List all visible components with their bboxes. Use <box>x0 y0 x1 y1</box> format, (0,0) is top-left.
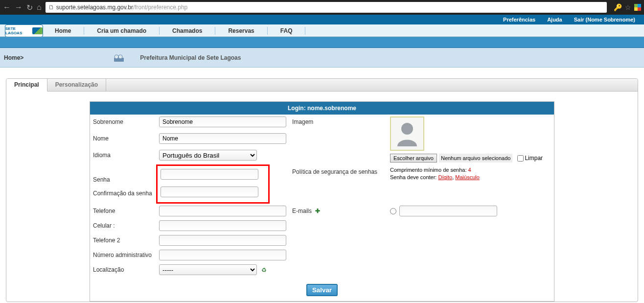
main-nav: SETE LAGOAS Home Cria um chamado Chamado… <box>0 24 644 37</box>
forward-icon[interactable]: → <box>15 3 23 12</box>
browser-right-icons: 🔑 ☆ <box>611 3 641 11</box>
nav-sep <box>215 27 215 35</box>
nav-cria[interactable]: Cria um chamado <box>97 27 146 34</box>
password-highlight <box>156 164 270 204</box>
url-bar[interactable]: 🗋 suporte.setelagoas.mg.gov.br/front/pre… <box>46 2 607 13</box>
label-imagem: Imagem <box>289 115 387 131</box>
tab-container: Principal Personalização Login: nome.sob… <box>6 78 638 302</box>
numero-admin-input[interactable] <box>159 250 286 260</box>
policy-maiusculo-link[interactable]: Maiúsculo <box>455 174 480 180</box>
file-row: Escolher arquivo Nenhum arquivo selecion… <box>390 154 551 163</box>
telefone2-input[interactable] <box>159 235 286 246</box>
reload-icon[interactable]: ↻ <box>26 3 33 12</box>
nome-input[interactable] <box>159 133 286 144</box>
nav-home[interactable]: Home <box>55 27 71 34</box>
label-localizacao: Localização <box>90 262 156 277</box>
celular-input[interactable] <box>159 220 286 231</box>
browser-toolbar: ← → ↻ ⌂ 🗋 suporte.setelagoas.mg.gov.br/f… <box>0 0 644 15</box>
label-senha: Senha <box>93 176 153 183</box>
policy-text: Comprimento mínimo de senha: 4 Senha dev… <box>390 166 551 182</box>
avatar <box>390 117 424 151</box>
choose-file-button[interactable]: Escolher arquivo <box>390 154 437 163</box>
email-input[interactable] <box>399 206 497 216</box>
senha-input[interactable] <box>161 169 258 180</box>
entity-icon[interactable] <box>113 53 125 63</box>
label-sobrenome: Sobrenome <box>90 115 156 131</box>
url-host: suporte.setelagoas.mg.gov.br <box>56 4 133 11</box>
svg-point-3 <box>401 123 413 135</box>
form-table: Sobrenome Imagem Escolher arquivo Nen <box>90 115 554 301</box>
svg-point-1 <box>115 55 118 59</box>
label-confirmacao: Confirmação da senha <box>93 190 153 197</box>
nav-sep <box>159 27 160 35</box>
file-none-text: Nenhum arquivo selecionado <box>439 154 512 163</box>
breadcrumb: Home> Prefeitura Municipal de Sete Lagoa… <box>0 48 644 68</box>
label-celular: Celular : <box>90 218 156 233</box>
save-button[interactable]: Salvar <box>306 284 338 296</box>
ajuda-link[interactable]: Ajuda <box>547 17 562 23</box>
reload-location-icon[interactable]: ♻ <box>261 267 267 274</box>
label-telefone2: Telefone 2 <box>90 233 156 248</box>
label-telefone: Telefone <box>90 204 156 218</box>
tab-personalizacao[interactable]: Personalização <box>47 79 106 91</box>
page-icon: 🗋 <box>48 4 54 11</box>
limpar-group: Limpar <box>517 155 543 162</box>
add-email-icon[interactable]: ✚ <box>315 208 320 214</box>
policy-line1-pre: Comprimento mínimo de senha: <box>390 167 468 173</box>
localizacao-select[interactable]: ----- <box>159 264 257 275</box>
form-title: Login: nome.sobrenome <box>90 102 554 115</box>
limpar-checkbox[interactable] <box>517 155 524 162</box>
breadcrumb-home[interactable]: Home> <box>4 54 23 61</box>
key-icon[interactable]: 🔑 <box>614 3 622 11</box>
star-icon[interactable]: ☆ <box>625 3 631 11</box>
policy-digito-link[interactable]: Dígito <box>438 174 452 180</box>
nav-faq[interactable]: FAQ <box>280 27 293 34</box>
label-idioma: Idioma <box>90 148 156 164</box>
label-emails: E-mails <box>292 208 312 214</box>
label-politica: Política de segurança de senhas <box>289 164 387 181</box>
logo-text: SETE LAGOAS <box>5 26 31 35</box>
nav-chamados[interactable]: Chamados <box>172 27 202 34</box>
extension-icon[interactable] <box>634 4 641 11</box>
label-nome: Nome <box>90 131 156 148</box>
url-path: /front/preference.php <box>133 4 187 11</box>
policy-min-length: 4 <box>468 167 471 173</box>
sobrenome-input[interactable] <box>159 117 286 127</box>
label-numero-admin: Número administrativo <box>90 248 156 262</box>
user-bar: Preferências Ajuda Sair (Nome Sobrenome) <box>0 15 644 24</box>
emails-row <box>390 206 551 216</box>
form-box: Login: nome.sobrenome Sobrenome Imagem <box>90 101 554 302</box>
svg-point-2 <box>118 55 122 59</box>
idioma-select[interactable]: Português do Brasil <box>159 150 257 161</box>
nav-reservas[interactable]: Reservas <box>228 27 254 34</box>
nav-sep <box>84 27 84 35</box>
logo-flag-icon <box>32 27 43 34</box>
home-icon[interactable]: ⌂ <box>37 3 42 12</box>
preferencias-link[interactable]: Preferências <box>503 17 535 23</box>
avatar-icon <box>393 120 421 147</box>
back-icon[interactable]: ← <box>3 3 11 12</box>
email-default-radio[interactable] <box>390 208 396 214</box>
sair-link[interactable]: Sair (Nome Sobrenome) <box>574 17 635 23</box>
tab-row: Principal Personalização <box>6 79 638 92</box>
nav-sep <box>267 27 268 35</box>
tab-principal[interactable]: Principal <box>6 79 47 92</box>
nav-sep <box>305 27 305 35</box>
mid-blue-bar <box>0 37 644 48</box>
content: Principal Personalização Login: nome.sob… <box>0 68 644 302</box>
limpar-label: Limpar <box>525 155 543 162</box>
telefone-input[interactable] <box>159 206 286 216</box>
logo[interactable]: SETE LAGOAS <box>5 24 43 37</box>
policy-line2-pre: Senha deve conter: <box>390 174 438 180</box>
confirmacao-senha-input[interactable] <box>161 186 258 197</box>
breadcrumb-entity[interactable]: Prefeitura Municipal de Sete Lagoas <box>140 54 241 61</box>
